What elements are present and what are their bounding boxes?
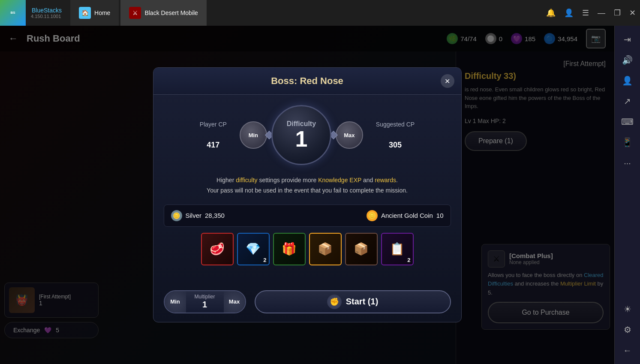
silver-reward-icon: 🪙 <box>171 210 182 221</box>
sidebar-keyboard-icon[interactable]: ⌨ <box>618 112 637 131</box>
min-circle[interactable]: Min <box>240 121 267 149</box>
silver-reward: 🪙 Silver 28,350 <box>171 210 225 221</box>
tab-game[interactable]: ⚔ Black Desert Mobile <box>120 0 207 26</box>
coin-reward-value: 10 <box>436 212 444 219</box>
gold-coin-icon: 🪙 <box>367 210 378 221</box>
difficulty-main-circle: Difficulty 1 <box>271 105 331 165</box>
menu-icon[interactable]: ☰ <box>582 8 589 18</box>
sidebar-pointer-icon[interactable]: ↗ <box>618 92 637 111</box>
item-3: 📦 <box>309 233 342 265</box>
right-sidebar: ⇥ 🔊 👤 ↗ ⌨ 📱 ··· ☀ ⚙ ← <box>614 26 640 364</box>
player-cp-section: Player CP 417 <box>200 121 227 150</box>
suggested-cp-section: Suggested CP 305 <box>376 121 415 150</box>
app-version: 4.150.11.1001 <box>31 14 62 19</box>
items-row: 🥩 💎 2 🎁 📦 📦 � <box>164 233 451 265</box>
dialog-body: Player CP 417 Min Difficulty 1 <box>153 95 461 284</box>
dialog-title: Boss: Red Nose <box>164 75 451 87</box>
sidebar-brightness-icon[interactable]: ☀ <box>618 300 637 319</box>
start-label: Start (1) <box>346 297 379 307</box>
coin-reward: 🪙 Ancient Gold Coin 10 <box>367 210 444 221</box>
game-icon: ⚔ <box>129 7 141 19</box>
info-line2: Your pass will not be used in the event … <box>164 186 451 196</box>
titlebar: BS BlueStacks 4.150.11.1001 🏠 Home ⚔ Bla… <box>0 0 640 26</box>
multiplier-label: Multiplier <box>195 294 215 300</box>
rewards-row: 🪙 Silver 28,350 🪙 Ancient Gold Coin 10 <box>164 205 451 227</box>
tab-home[interactable]: 🏠 Home <box>70 0 119 26</box>
item-1: 💎 2 <box>237 233 270 265</box>
difficulty-center: Min Difficulty 1 Max <box>240 105 363 165</box>
start-button[interactable]: ✊ Start (1) <box>255 290 451 313</box>
restore-icon[interactable]: ❐ <box>614 8 621 18</box>
titlebar-right: 🔔 👤 ☰ — ❐ ✕ <box>546 8 640 18</box>
close-icon[interactable]: ✕ <box>629 8 636 18</box>
bell-icon[interactable]: 🔔 <box>546 8 556 18</box>
sidebar-phone-icon[interactable]: 📱 <box>618 133 637 152</box>
home-icon: 🏠 <box>79 7 91 19</box>
dialog-header: Boss: Red Nose ✕ <box>153 68 461 95</box>
suggested-cp-label: Suggested CP <box>376 121 415 128</box>
silver-reward-value: 28,350 <box>205 212 225 219</box>
item-5: 📋 2 <box>381 233 414 265</box>
difficulty-info: Higher difficulty settings provide more … <box>164 175 451 196</box>
sidebar-back-icon[interactable]: ← <box>618 341 637 360</box>
multiplier-min-button[interactable]: Min <box>165 290 186 313</box>
item-4: 📦 <box>345 233 378 265</box>
multiplier-display: Multiplier 1 <box>186 294 224 310</box>
boss-dialog: Boss: Red Nose ✕ Player CP 417 Min <box>153 67 462 322</box>
sidebar-expand-icon[interactable]: ⇥ <box>618 30 637 49</box>
suggested-cp-value: 305 <box>376 141 415 150</box>
multiplier-max-button[interactable]: Max <box>224 290 245 313</box>
multiplier-value: 1 <box>195 300 215 310</box>
dialog-overlay: Boss: Red Nose ✕ Player CP 417 Min <box>0 26 614 364</box>
dialog-close-button[interactable]: ✕ <box>441 74 454 88</box>
item-2: 🎁 <box>273 233 306 265</box>
fist-icon: ✊ <box>327 295 342 309</box>
player-cp-value: 417 <box>200 141 227 150</box>
bluestacks-logo: BS <box>0 0 26 26</box>
sidebar-more-icon[interactable]: ··· <box>618 153 637 172</box>
max-circle[interactable]: Max <box>336 121 363 149</box>
item-0: 🥩 <box>201 233 234 265</box>
sidebar-account-icon[interactable]: 👤 <box>618 71 637 90</box>
game-area: ← Rush Board 🌿 74/74 ⚪ 0 💜 185 🔵 34,954 … <box>0 26 614 364</box>
silver-reward-label: Silver <box>186 212 202 219</box>
account-icon[interactable]: 👤 <box>564 8 574 18</box>
dialog-footer: Min Multiplier 1 Max ✊ Start (1) <box>153 284 461 322</box>
info-line1: Higher difficulty settings provide more … <box>164 175 451 186</box>
minimize-icon[interactable]: — <box>598 9 605 18</box>
player-cp-label: Player CP <box>200 121 227 128</box>
sidebar-volume-icon[interactable]: 🔊 <box>618 51 637 69</box>
app-name: BlueStacks <box>32 7 62 14</box>
multiplier-control: Min Multiplier 1 Max <box>164 290 246 313</box>
coin-reward-label: Ancient Gold Coin <box>381 212 433 219</box>
sidebar-settings-icon[interactable]: ⚙ <box>618 320 637 339</box>
difficulty-selector: Player CP 417 Min Difficulty 1 <box>164 105 451 165</box>
